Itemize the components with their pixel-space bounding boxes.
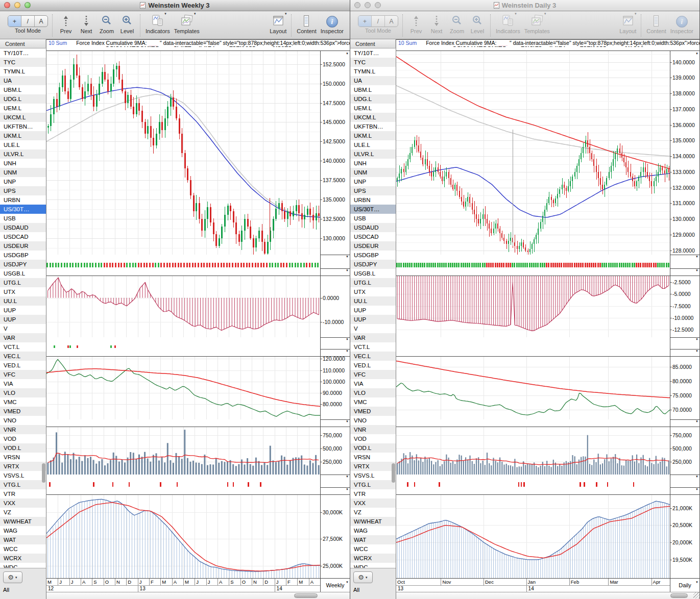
symbol-row[interactable]: UNH [350,159,396,168]
crosshair-tool-button[interactable]: + [358,16,372,27]
symbol-row[interactable]: VZ [350,508,396,517]
symbol-row[interactable]: USDGBP [350,251,396,260]
symbol-row[interactable]: UDG.L [350,94,396,104]
horizontal-scrollbar[interactable] [46,592,350,599]
symbol-row[interactable]: USDEUR [0,241,46,251]
symbol-row[interactable]: VNO [350,416,396,425]
symbol-row[interactable]: WCC [0,544,46,554]
symbol-row[interactable]: UKCM.L [0,113,46,122]
main-price-chart[interactable] [396,51,670,255]
crosshair-tool-button[interactable]: + [8,16,21,27]
templates-button[interactable]: ▼Templates [524,13,550,34]
inspector-button[interactable]: iInspector [321,13,344,34]
symbol-row[interactable]: VIA [350,379,396,388]
symbol-row[interactable]: UNP [0,177,46,186]
symbol-row[interactable]: VNR [350,425,396,434]
symbol-row[interactable]: UNM [0,168,46,177]
symbol-row[interactable]: VTR [350,489,396,498]
symbol-row[interactable]: USDEUR [350,241,396,251]
symbol-row[interactable]: USDAUD [350,223,396,232]
symbol-row[interactable]: VFC [0,370,46,379]
relative-performance-chart[interactable] [396,356,670,419]
content-button[interactable]: Content [297,13,317,34]
symbol-row[interactable]: VFC [350,370,396,379]
symbol-row[interactable]: URBN [350,195,396,205]
symbol-row[interactable]: WDC [350,563,396,568]
symbol-row[interactable]: UUP [0,315,46,324]
symbol-row[interactable]: USB [350,214,396,223]
symbol-row[interactable]: USDJPY [350,260,396,269]
panel-menu-caret[interactable]: ▼ [346,52,349,55]
templates-button[interactable]: ▼Templates [174,13,200,34]
symbol-row[interactable]: VAR [0,333,46,342]
panel-menu-caret[interactable]: ▼ [346,488,349,491]
relative-strength-histogram[interactable] [46,276,320,337]
symbol-row[interactable]: WAT [350,535,396,544]
relative-strength-histogram[interactable] [396,276,670,337]
symbol-row[interactable]: TY/10T… [350,48,396,58]
symbol-row[interactable]: VTG.L [350,480,396,489]
layout-button[interactable]: ▼Layout [270,13,286,34]
sidebar-header[interactable]: Content [0,39,46,48]
symbol-row[interactable]: UU.L [350,296,396,306]
zoom-window-button[interactable] [25,2,31,8]
symbol-row[interactable]: UEM.L [0,104,46,113]
panel-menu-caret[interactable]: ▼ [346,338,349,341]
sidebar-scrollbar-thumb[interactable] [42,463,45,483]
symbol-row[interactable]: V [0,324,46,333]
titlebar[interactable]: Weinstein Weekly 3 [0,0,350,11]
relative-performance-chart[interactable] [46,356,320,419]
panel-menu-caret[interactable]: ▼ [346,475,349,478]
symbol-row[interactable]: VOD [0,434,46,443]
content-button[interactable]: Content [646,13,666,34]
symbol-row[interactable]: VXX [0,498,46,508]
main-price-chart[interactable] [46,51,320,255]
resize-grip[interactable] [693,592,699,598]
symbol-row[interactable]: UKM.L [0,131,46,140]
symbol-row[interactable]: UKM.L [350,131,396,140]
symbol-row[interactable]: UUP [350,306,396,315]
zoom-window-button[interactable] [375,2,381,8]
symbol-row[interactable]: UTX [0,287,46,296]
panel-menu-caret[interactable]: ▼ [695,269,698,272]
symbol-row[interactable]: VMED [0,407,46,416]
panel-menu-caret[interactable]: ▼ [346,350,349,353]
horizontal-scrollbar[interactable] [396,592,700,599]
symbol-row[interactable]: WAG [0,526,46,535]
symbol-row[interactable]: WCRX [350,554,396,563]
next-button[interactable]: Next [78,13,94,34]
symbol-row[interactable]: USDCAD [350,232,396,241]
symbol-row[interactable]: USGB.L [0,269,46,278]
panel-menu-caret[interactable]: ▼ [695,255,698,258]
symbol-row[interactable]: UA [0,76,46,85]
symbol-row[interactable]: UTG.L [0,278,46,287]
symbol-row[interactable]: VRTX [0,462,46,471]
symbol-row[interactable]: VRSN [0,453,46,462]
symbol-row[interactable]: UDG.L [0,94,46,104]
symbol-row[interactable]: VOD [350,434,396,443]
symbol-row[interactable]: VMC [0,397,46,407]
symbol-row[interactable]: UUP [0,306,46,315]
symbol-row[interactable]: UBM.L [0,85,46,94]
symbol-row[interactable]: UPS [350,186,396,195]
zoom-out-button[interactable]: Zoom [449,13,465,34]
scrollbar-thumb[interactable] [294,593,318,598]
prev-button[interactable]: Prev [58,13,74,34]
symbol-row[interactable]: VCT.L [350,342,396,352]
symbol-row[interactable]: TY/10T… [0,48,46,58]
symbol-row[interactable]: VLO [0,388,46,397]
symbol-row[interactable]: UA [350,76,396,85]
symbol-row[interactable]: USB [0,214,46,223]
sidebar-header[interactable]: Content [350,39,396,48]
symbol-row[interactable]: VEC.L [0,352,46,361]
symbol-row[interactable]: UNM [350,168,396,177]
symbol-row[interactable]: UU.L [0,296,46,306]
sidebar-scrollbar-thumb[interactable] [392,463,395,483]
panel-menu-caret[interactable]: ▼ [695,350,698,353]
symbol-row[interactable]: TYMN.L [0,67,46,76]
symbol-row[interactable]: USDAUD [0,223,46,232]
symbol-row[interactable]: UKFTBN… [0,122,46,131]
symbol-row[interactable]: WAG [350,526,396,535]
symbol-row[interactable]: WAT [0,535,46,544]
symbol-row[interactable]: UEM.L [350,104,396,113]
